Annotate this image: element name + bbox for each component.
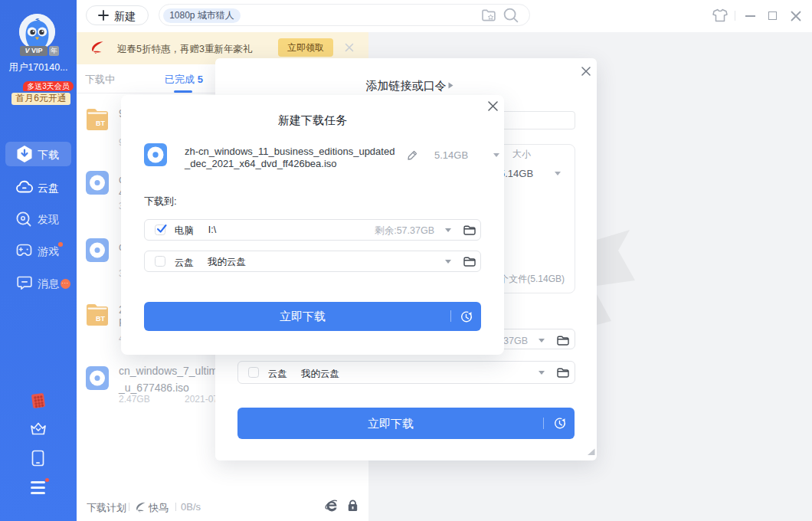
svg-text:BT: BT [96,315,105,323]
svg-text:BT: BT [96,120,105,127]
